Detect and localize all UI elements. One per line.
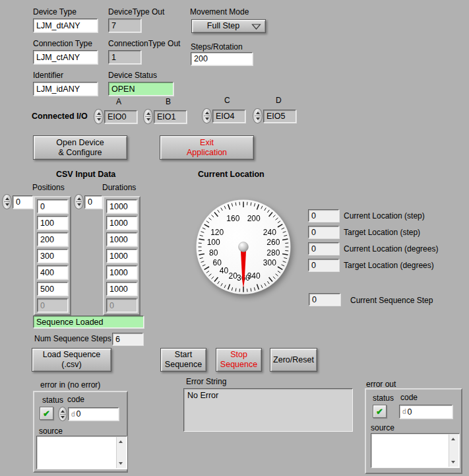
identifier-input[interactable]: LJM_idANY: [33, 82, 98, 96]
spin-up-icon[interactable]: [61, 410, 65, 413]
durations-element[interactable]: 1000: [106, 232, 137, 246]
spin-up-icon[interactable]: [146, 112, 150, 115]
svg-text:100: 100: [207, 238, 220, 247]
current-location-step-label: Current Location (step): [344, 211, 425, 221]
sequence-status-indicator: Sequence Loaded: [33, 316, 144, 328]
steps-per-rotation-input[interactable]: 200: [191, 52, 253, 65]
positions-element[interactable]: 100: [37, 216, 68, 230]
connection-type-out-indicator: 1: [108, 50, 141, 64]
positions-index-field[interactable]: 0: [13, 195, 33, 209]
positions-element[interactable]: 400: [37, 265, 68, 279]
positions-element[interactable]: 500: [37, 282, 68, 296]
connection-type-label: Connection Type: [33, 39, 92, 48]
spin-down-icon[interactable]: [146, 118, 150, 121]
durations-index-spinner[interactable]: [74, 194, 84, 209]
gauge-title: Current Location: [198, 170, 265, 179]
movement-mode-dropdown[interactable]: Full Step: [191, 19, 266, 33]
steps-per-rotation-label: Steps/Rotation: [191, 42, 243, 51]
durations-element[interactable]: 1000: [106, 249, 137, 263]
error-out-status-indicator: ✔: [373, 405, 387, 418]
spin-down-icon[interactable]: [97, 118, 101, 121]
scroll-down-icon[interactable]: [451, 461, 455, 463]
channel-a-field[interactable]: EIO0: [104, 110, 137, 123]
error-in-code-spinner[interactable]: [58, 407, 67, 421]
spin-down-icon[interactable]: [5, 203, 9, 206]
durations-index-field[interactable]: 0: [84, 195, 102, 209]
durations-element[interactable]: 1000: [106, 265, 137, 279]
channel-a-spinner[interactable]: [94, 109, 104, 124]
error-in-source-box[interactable]: [36, 436, 127, 469]
spin-up-icon[interactable]: [97, 112, 101, 115]
spin-down-icon[interactable]: [77, 203, 81, 206]
spin-down-icon[interactable]: [256, 118, 260, 120]
channel-c-field[interactable]: EIO4: [212, 110, 245, 123]
device-type-input[interactable]: LJM_dtANY: [33, 18, 98, 32]
open-device-button[interactable]: Open Device & Configure: [33, 135, 127, 160]
check-icon: ✔: [43, 409, 50, 419]
spin-up-icon[interactable]: [256, 112, 260, 114]
error-string-box: No Error: [183, 388, 353, 432]
durations-element[interactable]: 1000: [106, 282, 137, 296]
error-in-status-label: status: [42, 395, 63, 405]
error-out-code-label: code: [400, 393, 418, 402]
svg-text:200: 200: [247, 214, 261, 223]
svg-text:260: 260: [266, 238, 280, 247]
channel-d-label: D: [276, 96, 282, 105]
durations-element[interactable]: 1000: [106, 216, 137, 230]
durations-element[interactable]: 1000: [106, 199, 137, 213]
channel-d-field[interactable]: EIO5: [263, 110, 296, 123]
exit-application-button[interactable]: Exit Application: [160, 135, 254, 160]
stop-sequence-button[interactable]: Stop Sequence: [216, 348, 262, 372]
spin-up-icon[interactable]: [77, 197, 81, 200]
connection-type-input[interactable]: LJM_ctANY: [33, 50, 98, 64]
load-sequence-button[interactable]: Load Sequence (.csv): [32, 348, 111, 372]
error-out-cluster: status ✔ code d0 source: [365, 388, 462, 474]
error-out-code-field: d0: [399, 405, 453, 419]
channel-b-field[interactable]: EIO1: [154, 110, 187, 123]
scrollbar[interactable]: [116, 437, 126, 468]
spin-up-icon[interactable]: [205, 112, 209, 114]
durations-array: 1000 1000 1000 1000 1000 1000 0: [103, 196, 141, 316]
radix-indicator: d: [402, 408, 406, 415]
current-location-step-indicator: 0: [308, 209, 339, 222]
positions-element[interactable]: 0: [37, 199, 68, 213]
scroll-down-icon[interactable]: [119, 462, 123, 465]
scrollbar[interactable]: [449, 434, 458, 467]
error-out-source-box: [371, 433, 460, 468]
positions-array: 0 100 200 300 400 500 0: [34, 196, 71, 316]
channel-c-label: C: [224, 96, 230, 105]
device-status-label: Device Status: [108, 71, 157, 80]
error-in-code-field[interactable]: d0: [68, 407, 119, 421]
spin-down-icon[interactable]: [205, 118, 209, 120]
error-out-source-label: source: [371, 423, 394, 432]
device-type-label: Device Type: [33, 7, 77, 17]
start-sequence-button[interactable]: Start Sequence: [160, 348, 206, 372]
channel-c-spinner[interactable]: [202, 108, 212, 123]
channel-b-spinner[interactable]: [143, 109, 153, 124]
num-sequence-steps-indicator: 6: [112, 333, 143, 345]
spin-down-icon[interactable]: [61, 416, 65, 419]
csv-input-title: CSV Input Data: [56, 170, 115, 179]
connected-io-label: Connected I/O: [32, 112, 88, 121]
check-icon: ✔: [376, 407, 383, 417]
positions-index-spinner[interactable]: [2, 194, 12, 209]
current-location-degrees-indicator: 0: [308, 242, 339, 255]
current-sequence-step-label: Current Sequence Step: [350, 296, 433, 305]
svg-text:160: 160: [226, 214, 239, 223]
device-type-out-label: DeviceType Out: [108, 7, 164, 17]
positions-element[interactable]: 300: [37, 249, 68, 263]
zero-reset-button[interactable]: Zero/Reset: [270, 348, 317, 372]
svg-text:80: 80: [209, 248, 218, 257]
num-sequence-steps-label: Num Sequence Steps: [34, 334, 111, 343]
positions-label: Positions: [32, 183, 65, 192]
svg-text:60: 60: [213, 258, 222, 267]
spin-up-icon[interactable]: [5, 197, 9, 200]
error-in-status-checkbox[interactable]: ✔: [40, 407, 53, 420]
current-location-gauge: 20406080100120160200240260280300340360: [194, 197, 293, 296]
channel-d-spinner[interactable]: [253, 108, 263, 123]
positions-element[interactable]: 200: [37, 232, 68, 246]
scroll-up-icon[interactable]: [451, 438, 455, 440]
scroll-up-icon[interactable]: [119, 440, 123, 443]
error-string-label: Error String: [186, 377, 226, 386]
radix-indicator: d: [71, 411, 75, 418]
